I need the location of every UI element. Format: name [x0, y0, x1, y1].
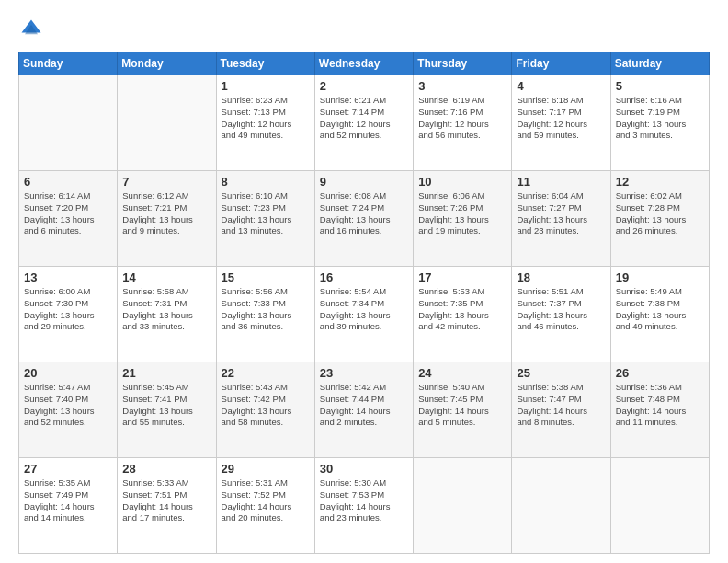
day-info: Sunrise: 5:36 AM Sunset: 7:48 PM Dayligh…	[616, 382, 704, 429]
calendar-cell	[414, 458, 512, 554]
day-info: Sunrise: 6:00 AM Sunset: 7:30 PM Dayligh…	[24, 286, 112, 333]
day-number: 2	[320, 79, 408, 93]
day-number: 14	[122, 270, 210, 284]
calendar-header-wednesday: Wednesday	[314, 52, 413, 75]
day-number: 27	[24, 462, 112, 476]
day-number: 18	[517, 270, 605, 284]
day-info: Sunrise: 5:56 AM Sunset: 7:33 PM Dayligh…	[222, 286, 310, 333]
day-info: Sunrise: 5:30 AM Sunset: 7:53 PM Dayligh…	[320, 477, 408, 524]
calendar-week-row: 13Sunrise: 6:00 AM Sunset: 7:30 PM Dayli…	[19, 267, 710, 362]
day-number: 3	[418, 79, 506, 93]
day-number: 9	[320, 175, 408, 189]
calendar-cell: 27Sunrise: 5:35 AM Sunset: 7:49 PM Dayli…	[19, 458, 118, 554]
calendar-cell: 23Sunrise: 5:42 AM Sunset: 7:44 PM Dayli…	[314, 362, 413, 458]
calendar-header-tuesday: Tuesday	[216, 52, 314, 75]
page: SundayMondayTuesdayWednesdayThursdayFrid…	[0, 0, 728, 563]
day-number: 24	[418, 366, 506, 380]
day-number: 13	[24, 270, 112, 284]
calendar-week-row: 20Sunrise: 5:47 AM Sunset: 7:40 PM Dayli…	[19, 362, 710, 458]
calendar-cell	[610, 458, 709, 554]
calendar-cell: 26Sunrise: 5:36 AM Sunset: 7:48 PM Dayli…	[610, 362, 709, 458]
calendar-cell	[118, 75, 216, 171]
day-info: Sunrise: 6:02 AM Sunset: 7:28 PM Dayligh…	[616, 190, 704, 237]
calendar-cell: 15Sunrise: 5:56 AM Sunset: 7:33 PM Dayli…	[216, 267, 314, 362]
calendar-cell: 12Sunrise: 6:02 AM Sunset: 7:28 PM Dayli…	[610, 171, 709, 267]
calendar-cell: 21Sunrise: 5:45 AM Sunset: 7:41 PM Dayli…	[118, 362, 216, 458]
calendar-cell: 29Sunrise: 5:31 AM Sunset: 7:52 PM Dayli…	[216, 458, 314, 554]
day-info: Sunrise: 5:42 AM Sunset: 7:44 PM Dayligh…	[320, 382, 408, 429]
logo	[18, 17, 48, 42]
day-number: 25	[517, 366, 605, 380]
day-number: 7	[122, 175, 210, 189]
day-number: 10	[418, 175, 506, 189]
day-info: Sunrise: 5:43 AM Sunset: 7:42 PM Dayligh…	[222, 382, 310, 429]
day-number: 30	[320, 462, 408, 476]
calendar-header-monday: Monday	[118, 52, 216, 75]
calendar-header-friday: Friday	[512, 52, 610, 75]
calendar-cell: 11Sunrise: 6:04 AM Sunset: 7:27 PM Dayli…	[512, 171, 610, 267]
calendar-cell: 19Sunrise: 5:49 AM Sunset: 7:38 PM Dayli…	[610, 267, 709, 362]
calendar-cell: 25Sunrise: 5:38 AM Sunset: 7:47 PM Dayli…	[512, 362, 610, 458]
day-info: Sunrise: 5:40 AM Sunset: 7:45 PM Dayligh…	[418, 382, 506, 429]
day-info: Sunrise: 6:04 AM Sunset: 7:27 PM Dayligh…	[517, 190, 605, 237]
calendar-cell: 5Sunrise: 6:16 AM Sunset: 7:19 PM Daylig…	[610, 75, 709, 171]
day-info: Sunrise: 5:31 AM Sunset: 7:52 PM Dayligh…	[222, 477, 310, 524]
calendar-cell: 8Sunrise: 6:10 AM Sunset: 7:23 PM Daylig…	[216, 171, 314, 267]
calendar-cell: 30Sunrise: 5:30 AM Sunset: 7:53 PM Dayli…	[314, 458, 413, 554]
calendar-cell: 10Sunrise: 6:06 AM Sunset: 7:26 PM Dayli…	[414, 171, 512, 267]
header	[18, 17, 710, 42]
day-info: Sunrise: 6:18 AM Sunset: 7:17 PM Dayligh…	[517, 95, 605, 142]
calendar-cell: 4Sunrise: 6:18 AM Sunset: 7:17 PM Daylig…	[512, 75, 610, 171]
calendar-cell: 14Sunrise: 5:58 AM Sunset: 7:31 PM Dayli…	[118, 267, 216, 362]
day-number: 5	[616, 79, 704, 93]
day-info: Sunrise: 5:51 AM Sunset: 7:37 PM Dayligh…	[517, 286, 605, 333]
calendar-week-row: 1Sunrise: 6:23 AM Sunset: 7:13 PM Daylig…	[19, 75, 710, 171]
day-info: Sunrise: 5:47 AM Sunset: 7:40 PM Dayligh…	[24, 382, 112, 429]
day-number: 19	[616, 270, 704, 284]
day-number: 17	[418, 270, 506, 284]
calendar-cell	[19, 75, 118, 171]
calendar-week-row: 6Sunrise: 6:14 AM Sunset: 7:20 PM Daylig…	[19, 171, 710, 267]
day-info: Sunrise: 6:21 AM Sunset: 7:14 PM Dayligh…	[320, 95, 408, 142]
day-number: 29	[222, 462, 310, 476]
day-info: Sunrise: 5:38 AM Sunset: 7:47 PM Dayligh…	[517, 382, 605, 429]
day-info: Sunrise: 5:33 AM Sunset: 7:51 PM Dayligh…	[122, 477, 210, 524]
calendar-cell: 7Sunrise: 6:12 AM Sunset: 7:21 PM Daylig…	[118, 171, 216, 267]
day-number: 16	[320, 270, 408, 284]
calendar-cell: 2Sunrise: 6:21 AM Sunset: 7:14 PM Daylig…	[314, 75, 413, 171]
day-number: 21	[122, 366, 210, 380]
day-info: Sunrise: 6:06 AM Sunset: 7:26 PM Dayligh…	[418, 190, 506, 237]
calendar-cell: 16Sunrise: 5:54 AM Sunset: 7:34 PM Dayli…	[314, 267, 413, 362]
calendar-cell: 17Sunrise: 5:53 AM Sunset: 7:35 PM Dayli…	[414, 267, 512, 362]
calendar-cell: 9Sunrise: 6:08 AM Sunset: 7:24 PM Daylig…	[314, 171, 413, 267]
day-info: Sunrise: 5:35 AM Sunset: 7:49 PM Dayligh…	[24, 477, 112, 524]
calendar-cell: 24Sunrise: 5:40 AM Sunset: 7:45 PM Dayli…	[414, 362, 512, 458]
calendar-cell: 28Sunrise: 5:33 AM Sunset: 7:51 PM Dayli…	[118, 458, 216, 554]
day-number: 22	[222, 366, 310, 380]
day-number: 28	[122, 462, 210, 476]
calendar-cell: 6Sunrise: 6:14 AM Sunset: 7:20 PM Daylig…	[19, 171, 118, 267]
logo-icon	[18, 17, 44, 42]
day-info: Sunrise: 6:08 AM Sunset: 7:24 PM Dayligh…	[320, 190, 408, 237]
calendar-week-row: 27Sunrise: 5:35 AM Sunset: 7:49 PM Dayli…	[19, 458, 710, 554]
calendar-cell: 18Sunrise: 5:51 AM Sunset: 7:37 PM Dayli…	[512, 267, 610, 362]
day-info: Sunrise: 6:14 AM Sunset: 7:20 PM Dayligh…	[24, 190, 112, 237]
day-number: 26	[616, 366, 704, 380]
calendar-cell: 1Sunrise: 6:23 AM Sunset: 7:13 PM Daylig…	[216, 75, 314, 171]
calendar-header-sunday: Sunday	[19, 52, 118, 75]
day-info: Sunrise: 5:45 AM Sunset: 7:41 PM Dayligh…	[122, 382, 210, 429]
calendar-cell	[512, 458, 610, 554]
day-info: Sunrise: 6:23 AM Sunset: 7:13 PM Dayligh…	[222, 95, 310, 142]
day-number: 8	[222, 175, 310, 189]
calendar-table: SundayMondayTuesdayWednesdayThursdayFrid…	[18, 52, 710, 554]
day-info: Sunrise: 6:12 AM Sunset: 7:21 PM Dayligh…	[122, 190, 210, 237]
day-number: 6	[24, 175, 112, 189]
day-info: Sunrise: 5:53 AM Sunset: 7:35 PM Dayligh…	[418, 286, 506, 333]
day-number: 4	[517, 79, 605, 93]
day-number: 23	[320, 366, 408, 380]
calendar-header-thursday: Thursday	[414, 52, 512, 75]
day-info: Sunrise: 5:49 AM Sunset: 7:38 PM Dayligh…	[616, 286, 704, 333]
day-info: Sunrise: 6:19 AM Sunset: 7:16 PM Dayligh…	[418, 95, 506, 142]
calendar-cell: 13Sunrise: 6:00 AM Sunset: 7:30 PM Dayli…	[19, 267, 118, 362]
calendar-cell: 3Sunrise: 6:19 AM Sunset: 7:16 PM Daylig…	[414, 75, 512, 171]
